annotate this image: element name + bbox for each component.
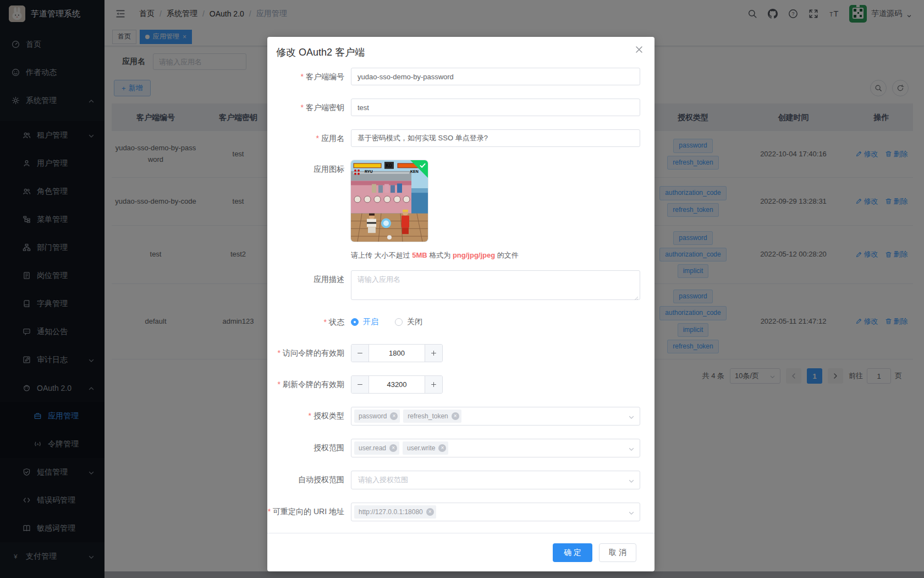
scopes-select[interactable]: user.read×user.write× — [351, 439, 640, 457]
status-radio-off[interactable]: 关闭 — [395, 317, 422, 327]
field-client-id: 客户端编号 yudao-sso-demo-by-password — [267, 68, 640, 85]
app-name-input[interactable]: 基于密码模式，如何实现 SSO 单点登录? — [351, 129, 640, 147]
access-ttl-stepper: 1800 — [351, 344, 443, 362]
field-app-name: 应用名 基于密码模式，如何实现 SSO 单点登录? — [267, 129, 640, 147]
radio-dot — [395, 318, 403, 326]
selected-tag: user.read× — [354, 441, 399, 455]
field-access-token-ttl: 访问令牌的有效期 1800 — [267, 344, 640, 362]
remove-tag-icon[interactable]: × — [426, 508, 434, 516]
field-client-secret: 客户端密钥 test — [267, 99, 640, 116]
check-icon — [419, 161, 426, 168]
refresh-ttl-stepper: 43200 — [351, 375, 443, 394]
app-icon-upload[interactable]: KO RYU KEN — [351, 160, 428, 242]
field-status: 状态 开启 关闭 — [267, 313, 640, 331]
decrease-button[interactable] — [351, 345, 369, 362]
resize-handle-icon[interactable] — [634, 294, 639, 298]
selected-tag: refresh_token× — [403, 410, 461, 423]
svg-text:RYU: RYU — [365, 170, 372, 173]
field-redirect-uris: 可重定向的 URI 地址 http://127.0.0.1:18080× — [267, 503, 640, 521]
edit-oauth2-client-dialog: 修改 OAuth2 客户端 客户端编号 yudao-sso-demo-by-pa… — [267, 37, 654, 571]
upload-hint: 请上传 大小不超过 5MB 格式为 png/jpg/jpeg 的文件 — [351, 250, 640, 260]
close-icon[interactable] — [635, 45, 644, 54]
dialog-footer: 确 定 取 消 — [267, 533, 654, 571]
remove-tag-icon[interactable]: × — [452, 412, 459, 420]
increase-button[interactable] — [425, 345, 442, 362]
chevron-down-icon — [628, 509, 635, 515]
redirect-uris-select[interactable]: http://127.0.0.1:18080× — [351, 503, 640, 521]
remove-tag-icon[interactable]: × — [389, 444, 397, 452]
field-refresh-token-ttl: 刷新令牌的有效期 43200 — [267, 375, 640, 394]
refresh-ttl-value[interactable]: 43200 — [369, 376, 425, 393]
auto-approve-select[interactable]: 请输入授权范围 — [351, 471, 640, 489]
field-app-icon: 应用图标 — [267, 160, 640, 260]
selected-tag: password× — [354, 410, 400, 423]
field-grant-types: 授权类型 password×refresh_token× — [267, 407, 640, 426]
field-app-desc: 应用描述 请输入应用名 — [267, 270, 640, 300]
grant-types-select[interactable]: password×refresh_token× — [351, 407, 640, 426]
field-auto-approve: 自动授权范围 请输入授权范围 — [267, 471, 640, 489]
chevron-down-icon — [628, 445, 635, 451]
status-radio-on[interactable]: 开启 — [351, 317, 378, 327]
svg-text:KO: KO — [386, 163, 392, 168]
dialog-title: 修改 OAuth2 客户端 — [276, 47, 365, 58]
client-id-input[interactable]: yudao-sso-demo-by-password — [351, 68, 640, 85]
confirm-button[interactable]: 确 定 — [553, 543, 592, 562]
dialog-body: 客户端编号 yudao-sso-demo-by-password 客户端密钥 t… — [267, 59, 654, 521]
cancel-button[interactable]: 取 消 — [599, 543, 636, 562]
app-desc-textarea[interactable]: 请输入应用名 — [351, 270, 640, 300]
client-secret-input[interactable]: test — [351, 99, 640, 116]
selected-tag: http://127.0.0.1:18080× — [354, 505, 436, 519]
decrease-button[interactable] — [351, 376, 369, 393]
increase-button[interactable] — [425, 376, 442, 393]
radio-dot — [351, 318, 359, 326]
remove-tag-icon[interactable]: × — [438, 444, 446, 452]
dialog-header: 修改 OAuth2 客户端 — [267, 37, 654, 59]
remove-tag-icon[interactable]: × — [390, 412, 398, 420]
field-scopes: 授权范围 user.read×user.write× — [267, 439, 640, 457]
selected-tag: user.write× — [403, 441, 448, 455]
access-ttl-value[interactable]: 1800 — [369, 345, 425, 362]
chevron-down-icon — [628, 413, 635, 419]
chevron-down-icon — [628, 477, 635, 483]
